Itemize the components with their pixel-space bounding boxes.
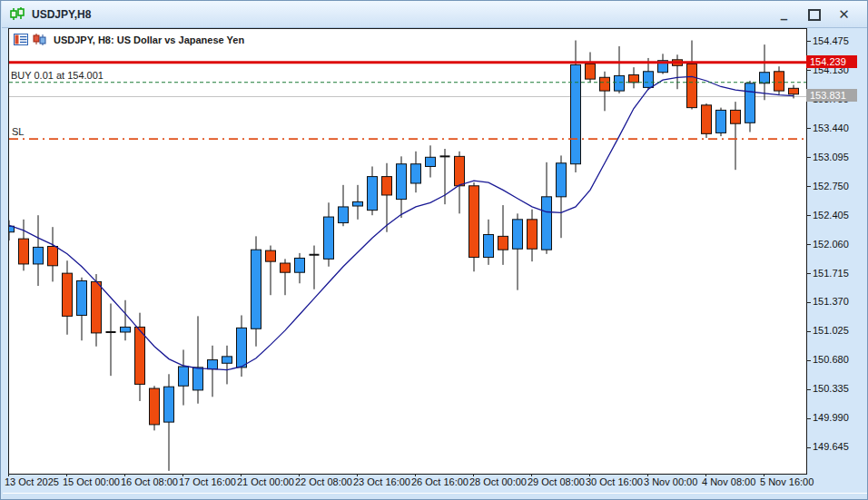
window-title: USDJPY,H8 bbox=[32, 8, 91, 21]
bear-candle-body bbox=[774, 72, 784, 91]
bear-candle-body bbox=[528, 220, 538, 249]
price-axis-label: 153.440 bbox=[813, 123, 849, 133]
bear-candle-body bbox=[498, 236, 508, 250]
title-bar[interactable]: USDJPY,H8 – ✕ bbox=[2, 1, 868, 28]
time-axis[interactable]: 13 Oct 202515 Oct 00:0016 Oct 08:0017 Oc… bbox=[8, 474, 862, 491]
price-axis-label: 151.370 bbox=[813, 296, 849, 307]
quotes-panel-icon[interactable] bbox=[14, 34, 28, 45]
bull-candle-body bbox=[34, 247, 44, 264]
time-axis-label: 17 Oct 16:00 bbox=[179, 476, 236, 487]
price-axis-label: 149.990 bbox=[813, 412, 849, 423]
candle bbox=[716, 108, 726, 136]
price-axis-label: 149.645 bbox=[813, 441, 849, 452]
candle bbox=[179, 349, 189, 405]
bull-candle-body bbox=[208, 360, 218, 369]
candle bbox=[484, 220, 494, 265]
close-button[interactable]: ✕ bbox=[829, 4, 859, 25]
price-axis-tick bbox=[806, 302, 811, 303]
candle bbox=[266, 246, 276, 296]
price-axis[interactable]: 154.475154.130153.785153.440153.095152.7… bbox=[806, 28, 861, 474]
time-axis-label: 23 Oct 16:00 bbox=[353, 476, 410, 487]
bull-candle-body bbox=[77, 280, 87, 315]
candle bbox=[600, 72, 610, 112]
time-axis-label: 13 Oct 2025 bbox=[5, 476, 59, 487]
bull-candle-body bbox=[571, 64, 581, 163]
time-axis-label: 4 Nov 08:00 bbox=[702, 476, 755, 487]
maximize-button[interactable] bbox=[799, 4, 829, 25]
time-axis-label: 30 Oct 16:00 bbox=[586, 476, 643, 487]
candle bbox=[208, 346, 218, 397]
candle bbox=[673, 54, 683, 89]
candlestick-chart-icon bbox=[9, 7, 25, 21]
time-axis-label: 3 Nov 00:00 bbox=[644, 476, 697, 487]
candle bbox=[455, 152, 465, 214]
bear-candle-body bbox=[702, 105, 712, 133]
price-axis-tick bbox=[806, 418, 811, 419]
price-axis-label: 152.750 bbox=[813, 181, 849, 191]
candle bbox=[353, 185, 363, 220]
bull-candle-body bbox=[368, 177, 378, 211]
candle bbox=[498, 205, 508, 265]
candle bbox=[252, 236, 261, 346]
bear-candle-body bbox=[135, 327, 145, 384]
bear-candle-body bbox=[687, 64, 697, 107]
candle bbox=[629, 67, 639, 88]
price-axis-label: 151.715 bbox=[813, 268, 849, 279]
moving-average-line bbox=[9, 76, 794, 369]
bear-candle-body bbox=[48, 246, 58, 265]
candle bbox=[382, 163, 392, 232]
minimize-button[interactable]: – bbox=[769, 4, 799, 25]
bull-candle-body bbox=[237, 328, 247, 368]
time-axis-label: 22 Oct 08:00 bbox=[295, 476, 352, 487]
price-chart[interactable]: BUY 0.01 at 154.001SL bbox=[8, 28, 807, 475]
bull-candle-body bbox=[557, 163, 567, 197]
bull-candle-body bbox=[716, 110, 726, 132]
bear-candle-body bbox=[586, 64, 596, 79]
bull-candle-body bbox=[353, 201, 363, 206]
resistance-price-badge: 154.239 bbox=[806, 55, 857, 68]
bid-price-badge: 153.831 bbox=[806, 89, 857, 102]
bull-candle-body bbox=[513, 220, 523, 249]
price-axis-tick bbox=[806, 215, 811, 216]
candle bbox=[426, 145, 436, 177]
close-icon: ✕ bbox=[838, 6, 850, 23]
candle bbox=[368, 166, 378, 215]
bear-candle-body bbox=[382, 177, 392, 195]
candle bbox=[164, 374, 174, 471]
candle bbox=[8, 221, 15, 240]
price-axis-tick bbox=[806, 360, 811, 361]
doji-bar bbox=[310, 254, 320, 256]
chart-header: USDJPY, H8: US Dollar vs Japanese Yen bbox=[14, 34, 244, 45]
maximize-icon bbox=[808, 9, 821, 21]
terminal-window: USDJPY,H8 – ✕ USDJPY, H8: US D bbox=[0, 0, 868, 500]
price-axis-label: 150.335 bbox=[813, 383, 849, 394]
bear-candle-body bbox=[19, 239, 29, 264]
bear-candle-body bbox=[63, 273, 73, 316]
time-axis-label: 28 Oct 00:00 bbox=[469, 476, 527, 487]
bear-candle-body bbox=[789, 88, 799, 93]
price-axis-label: 150.680 bbox=[813, 354, 849, 365]
bull-candle-body bbox=[397, 164, 407, 200]
bull-candle-body bbox=[615, 75, 625, 91]
price-axis-label: 152.405 bbox=[813, 210, 849, 221]
candles-icon[interactable] bbox=[33, 34, 46, 45]
candle bbox=[571, 41, 581, 172]
bull-candle-body bbox=[222, 357, 232, 363]
candle bbox=[77, 278, 87, 340]
candle bbox=[193, 316, 203, 403]
bull-candle-body bbox=[121, 327, 131, 332]
bull-candle-body bbox=[339, 207, 349, 223]
bear-candle-body bbox=[731, 110, 741, 123]
candle bbox=[295, 253, 305, 283]
chart-title: USDJPY, H8: US Dollar vs Japanese Yen bbox=[54, 34, 244, 45]
candle bbox=[63, 260, 73, 335]
price-axis-tick bbox=[806, 70, 811, 71]
candle bbox=[760, 44, 770, 100]
bull-candle-body bbox=[295, 258, 305, 272]
bear-candle-body bbox=[629, 74, 639, 82]
candle bbox=[310, 246, 320, 289]
price-axis-label: 151.025 bbox=[813, 325, 849, 336]
bull-candle-body bbox=[760, 73, 770, 83]
price-axis-tick bbox=[806, 273, 811, 274]
time-axis-label: 15 Oct 00:00 bbox=[63, 476, 120, 487]
